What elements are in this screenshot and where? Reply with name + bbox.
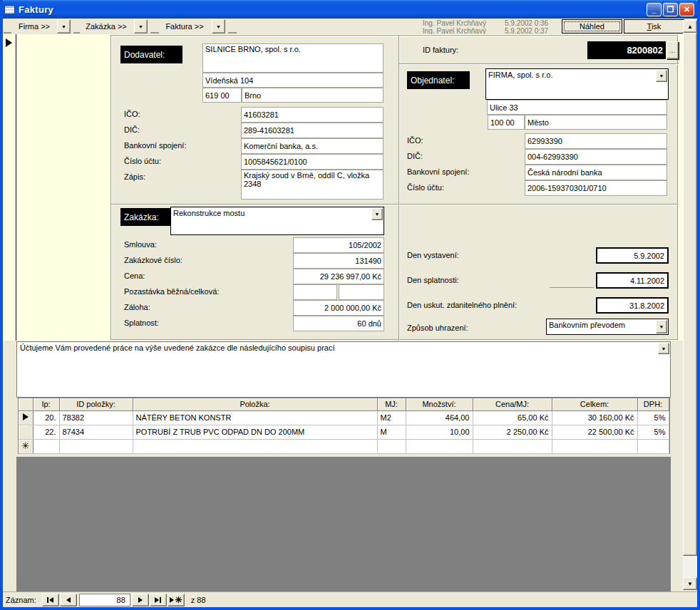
note-dropdown-icon[interactable]: ▼	[658, 343, 669, 354]
cell-price[interactable]: 65,00 Kč	[473, 410, 552, 425]
cell-total[interactable]: 22 500,00 Kč	[552, 425, 637, 439]
previous-record-button[interactable]	[60, 594, 77, 606]
taxable-date-field[interactable]: 31.8.2002	[596, 297, 669, 314]
col-mj[interactable]: MJ:	[377, 398, 406, 410]
table-row[interactable]: 22. 87434 POTRUBÍ Z TRUB PVC ODPAD DN DO…	[19, 425, 669, 439]
payment-dropdown-icon[interactable]: ▼	[656, 320, 667, 334]
faktura-button[interactable]: Faktura >>	[160, 19, 210, 33]
supplier-zip-field[interactable]: 619 00	[202, 88, 242, 103]
supplier-registry-field[interactable]: Krajský soud v Brně, oddíl C, vložka 234…	[241, 170, 384, 200]
customer-ico-field[interactable]: 62993390	[525, 133, 667, 149]
scrollbar-thumb[interactable]	[683, 33, 697, 556]
cell-vat[interactable]: 5%	[637, 410, 669, 425]
col-cena-mj[interactable]: Cena/MJ:	[473, 398, 552, 410]
tisk-button[interactable]: Tisk	[624, 19, 684, 33]
col-celkem[interactable]: Celkem:	[552, 398, 637, 410]
issue-date-field[interactable]: 5.9.2002	[596, 247, 669, 264]
supplier-city-field[interactable]: Brno	[242, 88, 384, 103]
maximize-button[interactable]: ❐	[663, 3, 678, 16]
supplier-street-field[interactable]: Vídeňská 104	[202, 73, 384, 88]
cell-empty[interactable]	[377, 439, 406, 453]
cell-empty[interactable]	[33, 439, 59, 453]
col-mnozstvi[interactable]: Množství:	[406, 398, 473, 410]
vertical-scrollbar[interactable]: ▲ ▼	[683, 20, 697, 590]
cell-mj[interactable]: M2	[377, 410, 406, 425]
cell-empty[interactable]	[552, 439, 637, 453]
record-number-input[interactable]: 88	[79, 594, 130, 606]
row-selector[interactable]	[19, 425, 33, 439]
first-record-button[interactable]	[42, 594, 59, 606]
customer-account-field[interactable]: 2006-159370301/0710	[525, 180, 667, 196]
col-ip[interactable]: Ip:	[33, 398, 59, 410]
cell-empty[interactable]	[59, 439, 133, 453]
cell-id[interactable]: 87434	[59, 425, 133, 439]
col-id[interactable]: ID položky:	[59, 398, 133, 410]
cell-empty[interactable]	[133, 439, 377, 453]
due-date-field[interactable]: 4.11.2002	[596, 272, 669, 289]
new-record-row[interactable]: ✳	[19, 439, 669, 453]
scroll-down-icon[interactable]: ▼	[683, 577, 697, 590]
cell-name[interactable]: POTRUBÍ Z TRUB PVC ODPAD DN DO 200MM	[133, 425, 377, 439]
table-row[interactable]: 20. 78382 NÁTĚRY BETON KONSTR M2 464,00 …	[19, 410, 669, 425]
supplier-account-field[interactable]: 1005845621/0100	[241, 154, 384, 170]
cell-vat[interactable]: 5%	[637, 425, 669, 439]
record-selector[interactable]	[3, 34, 16, 341]
customer-name: FIRMA, spol. s r.o.	[488, 71, 552, 79]
record-navigation: Záznam: 88 ✳ z 88	[3, 591, 697, 607]
cell-empty[interactable]	[637, 439, 669, 453]
last-record-button[interactable]	[150, 594, 167, 606]
supplier-bank-field[interactable]: Komerční banka, a.s.	[241, 138, 384, 154]
cell-ip[interactable]: 22.	[33, 425, 59, 439]
new-record-button[interactable]: ✳	[168, 594, 185, 606]
cell-empty[interactable]	[473, 439, 552, 453]
row-selector-current[interactable]	[19, 410, 33, 425]
firma-dropdown-icon[interactable]: ▼	[57, 19, 71, 33]
customer-bank-field[interactable]: Česká národní banka	[525, 165, 667, 180]
cell-total[interactable]: 30 160,00 Kč	[552, 410, 637, 425]
more-button[interactable]: ...	[666, 41, 679, 59]
order-dropdown-icon[interactable]: ▼	[371, 208, 383, 220]
col-dph[interactable]: DPH:	[637, 398, 669, 410]
cell-empty[interactable]	[406, 439, 473, 453]
customer-dic-field[interactable]: 004-62993390	[525, 149, 667, 165]
zakazka-button[interactable]: Zakázka >>	[80, 19, 133, 33]
supplier-dic-field[interactable]: 289-41603281	[241, 123, 384, 138]
customer-zip-field[interactable]: 100 00	[488, 115, 525, 130]
firma-button[interactable]: Firma >>	[11, 19, 57, 33]
cell-qty[interactable]: 10,00	[406, 425, 473, 439]
minimize-button[interactable]: _	[647, 3, 662, 16]
next-record-button[interactable]	[132, 594, 149, 606]
note-field[interactable]: Účtujeme Vám provedené práce na výše uve…	[16, 341, 671, 398]
customer-combo[interactable]: FIRMA, spol. s r.o. ▼	[485, 68, 669, 100]
contract-field[interactable]: 105/2002	[293, 237, 384, 253]
retention-field-1[interactable]	[293, 284, 337, 300]
order-no-field[interactable]: 131490	[293, 253, 384, 269]
divider-tick	[150, 32, 159, 33]
customer-dropdown-icon[interactable]: ▼	[656, 70, 667, 82]
close-button[interactable]: ✕	[679, 3, 694, 16]
faktura-dropdown-icon[interactable]: ▼	[212, 19, 225, 33]
cell-mj[interactable]: M	[377, 425, 406, 439]
invoice-id-field[interactable]: 8200802	[587, 41, 666, 59]
zakazka-dropdown-icon[interactable]: ▼	[134, 19, 148, 33]
cell-name[interactable]: NÁTĚRY BETON KONSTR	[133, 410, 377, 425]
cell-ip[interactable]: 20.	[33, 410, 59, 425]
payment-method-combo[interactable]: Bankovním převodem ▼	[546, 319, 669, 335]
supplier-name-field[interactable]: SILNICE BRNO, spol. s r.o.	[202, 43, 384, 73]
order-combo[interactable]: Rekonstrukce mostu ▼	[170, 207, 384, 235]
retention-field-2[interactable]	[339, 284, 384, 300]
cell-id[interactable]: 78382	[59, 410, 133, 425]
advance-field[interactable]: 2 000 000,00 Kč	[293, 300, 384, 316]
maturity-field[interactable]: 60 dnů	[293, 316, 384, 331]
title-bar[interactable]: Faktury _ ❐ ✕	[0, 0, 700, 19]
scroll-up-icon[interactable]: ▲	[683, 20, 697, 33]
col-polozka[interactable]: Položka:	[133, 398, 377, 410]
price-field[interactable]: 29 236 997,00 Kč	[293, 269, 384, 284]
new-record-selector[interactable]: ✳	[19, 439, 33, 453]
cell-price[interactable]: 2 250,00 Kč	[473, 425, 552, 439]
nahled-button[interactable]: Náhled	[562, 19, 622, 33]
customer-street-field[interactable]: Ulice 33	[487, 100, 667, 115]
cell-qty[interactable]: 464,00	[406, 410, 473, 425]
supplier-ico-field[interactable]: 41603281	[241, 107, 384, 123]
customer-city-field[interactable]: Město	[525, 115, 667, 130]
